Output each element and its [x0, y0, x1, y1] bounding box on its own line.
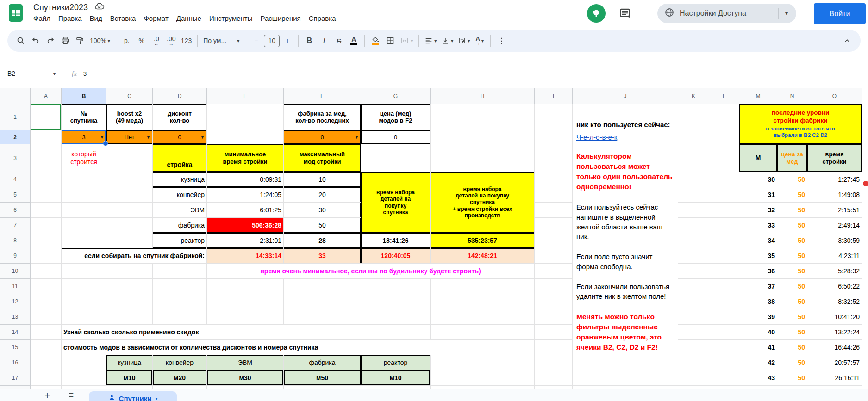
- cell-N9[interactable]: 50: [777, 248, 807, 264]
- col-header-D[interactable]: D: [153, 88, 207, 104]
- cell-B17[interactable]: [62, 370, 106, 386]
- cell-B2[interactable]: 3▼: [62, 130, 106, 144]
- cell-K14[interactable]: [678, 325, 709, 340]
- cell-E9[interactable]: 14:33:14: [207, 248, 284, 264]
- cell-B14[interactable]: Узнай сколько сколько применино скидок: [62, 325, 361, 340]
- cell-E11[interactable]: [207, 279, 284, 294]
- cell-L12[interactable]: [709, 294, 739, 309]
- dropdown-caret-icon[interactable]: ▼: [355, 135, 359, 140]
- cell-M16[interactable]: 42: [739, 355, 777, 370]
- col-header-F[interactable]: F: [284, 88, 361, 104]
- share-settings-button[interactable]: Настройки Доступа ▾: [657, 4, 796, 23]
- search-button[interactable]: [14, 33, 28, 48]
- row-header-2[interactable]: 2: [0, 130, 31, 144]
- formula-input[interactable]: 3: [83, 70, 87, 77]
- cell-C16[interactable]: кузница: [106, 355, 153, 370]
- text-rotation-button[interactable]: A→ ▾: [473, 33, 487, 48]
- zoom-select[interactable]: 100% ▾: [88, 33, 112, 48]
- cell-N15[interactable]: 50: [777, 340, 807, 355]
- cell-E12[interactable]: [207, 294, 284, 309]
- dropdown-caret-icon[interactable]: ▼: [146, 135, 150, 140]
- cell-M9[interactable]: 35: [739, 248, 777, 264]
- row-header-15[interactable]: 15: [0, 340, 31, 355]
- redo-button[interactable]: [44, 33, 57, 48]
- cell-E1[interactable]: [207, 104, 284, 130]
- cell-K13[interactable]: [678, 309, 709, 325]
- row-header-5[interactable]: 5: [0, 187, 31, 203]
- menu-help[interactable]: Справка: [309, 14, 336, 22]
- cell-C12[interactable]: [106, 294, 153, 309]
- cell-A3[interactable]: [31, 144, 62, 172]
- cell-I14[interactable]: [535, 325, 573, 340]
- currency-format-button[interactable]: р.: [120, 33, 134, 48]
- col-header-N[interactable]: N: [777, 88, 807, 104]
- cell-G17[interactable]: м10: [361, 370, 431, 386]
- cell-F17[interactable]: м50: [284, 370, 361, 386]
- menu-tools[interactable]: Инструменты: [209, 14, 253, 22]
- cell-M6[interactable]: 32: [739, 203, 777, 218]
- col-header-A[interactable]: A: [31, 88, 62, 104]
- cell-O14[interactable]: 13:22:24: [807, 325, 862, 340]
- cell-L17[interactable]: [709, 370, 739, 386]
- cell-A11[interactable]: [31, 279, 62, 294]
- cell-C1[interactable]: boost x2 (49 меда): [106, 104, 153, 130]
- decrease-decimals-button[interactable]: .0←: [150, 33, 163, 48]
- cell-F11[interactable]: [284, 279, 361, 294]
- text-color-button[interactable]: A: [347, 33, 361, 48]
- cell-O4[interactable]: 1:27:45: [807, 172, 862, 187]
- cloud-status-icon[interactable]: [94, 2, 105, 13]
- comments-button[interactable]: [618, 7, 631, 20]
- cell-M13[interactable]: 39: [739, 309, 777, 325]
- cell-L4[interactable]: [709, 172, 739, 187]
- cell-A10[interactable]: [31, 264, 62, 279]
- cell-C8[interactable]: [106, 233, 153, 248]
- cell-M8[interactable]: 34: [739, 233, 777, 248]
- cell-L11[interactable]: [709, 279, 739, 294]
- cell-L13[interactable]: [709, 309, 739, 325]
- cell-I15[interactable]: [535, 340, 573, 355]
- col-header-C[interactable]: C: [106, 88, 153, 104]
- cell-H17[interactable]: [431, 370, 535, 386]
- more-options-button[interactable]: ⋮: [494, 33, 508, 48]
- cell-K15[interactable]: [678, 340, 709, 355]
- cell-O8[interactable]: 3:30:59: [807, 233, 862, 248]
- cell-H1[interactable]: [431, 104, 535, 130]
- cell-I6[interactable]: [535, 203, 573, 218]
- name-box-caret-icon[interactable]: ▾: [53, 71, 56, 76]
- cell-K3[interactable]: [678, 144, 709, 172]
- sheet-tab-caret-icon[interactable]: ▾: [155, 396, 157, 401]
- row-header-17[interactable]: 17: [0, 370, 31, 386]
- cell-A2[interactable]: [31, 130, 62, 144]
- col-header-H[interactable]: H: [431, 88, 535, 104]
- cell-I8[interactable]: [535, 233, 573, 248]
- cell-C10[interactable]: [106, 264, 153, 279]
- increase-decimals-button[interactable]: .00→: [164, 33, 178, 48]
- cell-C17[interactable]: м10: [106, 370, 153, 386]
- bold-button[interactable]: B: [302, 33, 316, 48]
- cell-I13[interactable]: [535, 309, 573, 325]
- cell-N4[interactable]: 50: [777, 172, 807, 187]
- cell-O3[interactable]: время стройки: [807, 144, 862, 172]
- dropdown-caret-icon[interactable]: ▼: [200, 135, 205, 140]
- cell-I12[interactable]: [535, 294, 573, 309]
- cell-E8[interactable]: 2:31:01: [207, 233, 284, 248]
- cell-O9[interactable]: 4:23:11: [807, 248, 862, 264]
- cell-I4[interactable]: [535, 172, 573, 187]
- row-header-8[interactable]: 8: [0, 233, 31, 248]
- name-box[interactable]: B2 ▾: [0, 70, 60, 77]
- menu-format[interactable]: Формат: [144, 14, 168, 22]
- merge-cells-button[interactable]: ▾: [398, 33, 415, 48]
- cell-N8[interactable]: 50: [777, 233, 807, 248]
- menu-extensions[interactable]: Расширения: [261, 14, 301, 22]
- cell-B13[interactable]: [62, 309, 106, 325]
- fill-handle[interactable]: [103, 141, 108, 146]
- cell-O12[interactable]: 8:32:52: [807, 294, 862, 309]
- cell-O13[interactable]: 10:41:20: [807, 309, 862, 325]
- cell-O15[interactable]: 16:44:26: [807, 340, 862, 355]
- cell-D10[interactable]: [153, 264, 207, 279]
- cell-O5[interactable]: 1:49:08: [807, 187, 862, 203]
- cell-G2[interactable]: 0: [361, 130, 431, 144]
- vertical-align-button[interactable]: ▾: [439, 33, 455, 48]
- cell-N10[interactable]: 50: [777, 264, 807, 279]
- cell-H9[interactable]: 142:48:21: [431, 248, 535, 264]
